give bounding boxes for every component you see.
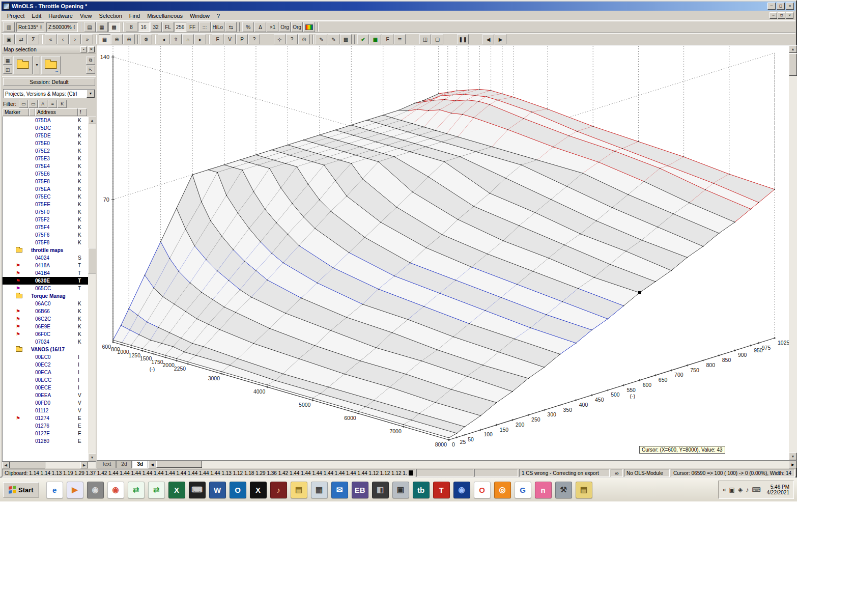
map-row[interactable]: ⚑06F0CK <box>3 330 88 338</box>
map-row[interactable]: ⚑0630ET <box>3 277 88 285</box>
filter-az-button[interactable]: A <box>38 100 47 108</box>
checksum-ok-button[interactable]: ✔ <box>357 34 369 44</box>
map-row[interactable]: 00EEAV <box>3 391 88 399</box>
map-row[interactable]: 06AC0K <box>3 300 88 307</box>
column-header-Marker[interactable]: Marker <box>3 108 29 116</box>
menu-find[interactable]: Find <box>126 12 144 20</box>
view-text-button[interactable]: ▤ <box>84 22 96 32</box>
dots-view-button[interactable]: ::: <box>199 22 211 32</box>
background-maps-button[interactable]: ▩ <box>340 34 352 44</box>
taskbar-mail[interactable]: ✉ <box>331 482 348 498</box>
map-row[interactable]: 00EC2I <box>3 361 88 369</box>
checksum-all-button[interactable]: ▦ <box>369 34 381 44</box>
search-help-button[interactable]: ? <box>286 34 298 44</box>
taskbar-printer[interactable]: ▣ <box>392 482 409 498</box>
view-2d-button[interactable]: ▦ <box>96 22 108 32</box>
map-row[interactable]: 01112V <box>3 407 88 414</box>
view-tab-2d[interactable]: 2d <box>116 461 132 468</box>
plot-scroll-down-icon[interactable]: ▼ <box>789 453 797 460</box>
taskbar-sync-1[interactable]: ⇄ <box>128 482 145 498</box>
plot-horizontal-scrollbar[interactable] <box>156 461 789 468</box>
taskbar-g-app[interactable]: G <box>515 482 531 498</box>
context-help-button[interactable]: ? <box>248 34 260 44</box>
list-scroll-thumb[interactable] <box>88 248 96 273</box>
open-project-dropdown-icon[interactable]: ▾ <box>34 56 40 74</box>
map-row[interactable]: 075EAK <box>3 185 88 193</box>
insert-cells-button[interactable]: ⊹ <box>274 34 286 44</box>
minimize-button[interactable]: — <box>767 3 776 10</box>
tray-network[interactable]: ◈ <box>738 486 743 493</box>
map-row[interactable]: 075EEK <box>3 201 88 208</box>
preview-grid-button[interactable]: ▦ <box>99 34 110 44</box>
swap-bytes-button[interactable]: ⇆ <box>225 22 237 32</box>
combobox-dropdown-icon[interactable]: ▼ <box>87 90 95 98</box>
map-row[interactable]: 01276E <box>3 422 88 430</box>
width-256-button[interactable]: 256 <box>175 22 186 32</box>
map-row[interactable]: 075F8K <box>3 239 88 246</box>
taskbar-orange-app[interactable]: ◎ <box>494 482 511 498</box>
map-row[interactable]: 075DAK <box>3 117 88 124</box>
rotation-spinner[interactable]: Rot:135°▲▼ <box>16 22 44 32</box>
map-row[interactable]: 075DCK <box>3 124 88 132</box>
show-values-button[interactable]: V <box>224 34 236 44</box>
map-row[interactable]: ⚑041B4T <box>3 269 88 277</box>
taskbar-dark-tool[interactable]: ◧ <box>372 482 389 498</box>
filter-maps-button[interactable]: ▭ <box>28 100 38 108</box>
panel-scroll-right-icon[interactable]: ▶ <box>80 462 88 468</box>
save-version-button[interactable]: ◫ <box>3 66 12 74</box>
taskbar-wrench[interactable]: ⚒ <box>555 482 572 498</box>
sign-ff-button[interactable]: FF <box>187 22 198 32</box>
map-folder-row[interactable]: Torque Manag <box>3 292 88 300</box>
next-difference-button[interactable]: ▸ <box>194 34 206 44</box>
map-selection-toggle-button[interactable]: ▥ <box>3 22 15 32</box>
scroll-up-icon[interactable]: ▲ <box>88 117 96 124</box>
panel-close-button[interactable]: ✕ <box>88 46 95 52</box>
hilo-order-button[interactable]: HiLo <box>211 22 225 32</box>
color-scale-button[interactable] <box>303 22 315 32</box>
map-row[interactable]: 075F2K <box>3 216 88 223</box>
tray-keyboard[interactable]: ⌨ <box>752 486 760 493</box>
menu-window[interactable]: Window <box>186 12 213 20</box>
map-row[interactable]: ⚑065CCT <box>3 285 88 292</box>
import-file-button[interactable]: → <box>41 56 61 74</box>
plot-vertical-scrollbar[interactable]: ▲ ▼ <box>789 45 797 460</box>
list-vertical-scrollbar[interactable]: ▲ ▼ <box>88 117 96 461</box>
connect-hardware-button[interactable]: ▣ <box>3 34 15 44</box>
scroll-right-button[interactable]: ▶ <box>495 34 506 44</box>
nav-first-button[interactable]: « <box>45 34 56 44</box>
plot-scroll-thumb[interactable] <box>789 53 797 76</box>
map-folder-row[interactable]: throttle maps <box>3 246 88 254</box>
taskbar-red-tool[interactable]: T <box>433 482 450 498</box>
tray-volume[interactable]: ♪ <box>746 486 749 493</box>
map-row[interactable]: 075F4K <box>3 223 88 231</box>
width-8bit-button[interactable]: 8 <box>126 22 137 32</box>
map-row[interactable]: 075F0K <box>3 208 88 216</box>
window-split-button[interactable]: ◫ <box>419 34 431 44</box>
map-row[interactable]: 075ECK <box>3 193 88 201</box>
show-hex-button[interactable]: F <box>212 34 223 44</box>
menu-help[interactable]: ? <box>213 12 223 20</box>
upload-version-button[interactable]: ⇧ <box>170 34 182 44</box>
map-row[interactable]: 075E2K <box>3 147 88 155</box>
show-org-values-button[interactable]: Org <box>291 22 303 32</box>
window-full-button[interactable]: ▢ <box>432 34 443 44</box>
panel-horizontal-scrollbar[interactable]: ◀ ▶ <box>2 461 96 468</box>
plot-hscroll-thumb[interactable] <box>156 461 202 468</box>
panel-scroll-thumb[interactable] <box>10 462 45 468</box>
map-row[interactable]: 075F6K <box>3 231 88 239</box>
checksum-correction-button[interactable]: Σ <box>27 34 39 44</box>
width-32bit-button[interactable]: 32 <box>150 22 162 32</box>
panel-pin-button[interactable]: ▪ <box>80 46 87 52</box>
view-3d-button[interactable]: ▩ <box>108 22 120 32</box>
map-row[interactable]: ⚑06B66K <box>3 307 88 315</box>
map-row[interactable]: 00EC0I <box>3 353 88 361</box>
nav-last-button[interactable]: » <box>81 34 93 44</box>
map-row[interactable]: ⚑01274E <box>3 414 88 422</box>
map-row[interactable]: 075E6K <box>3 170 88 178</box>
show-pointer-button[interactable]: P <box>236 34 248 44</box>
map-row[interactable]: 075DEK <box>3 132 88 139</box>
map-row[interactable]: 075E8K <box>3 178 88 185</box>
menu-edit[interactable]: Edit <box>28 12 45 20</box>
taskbar-folder[interactable]: ▤ <box>291 482 307 498</box>
taskbar-music[interactable]: ♪ <box>270 482 287 498</box>
